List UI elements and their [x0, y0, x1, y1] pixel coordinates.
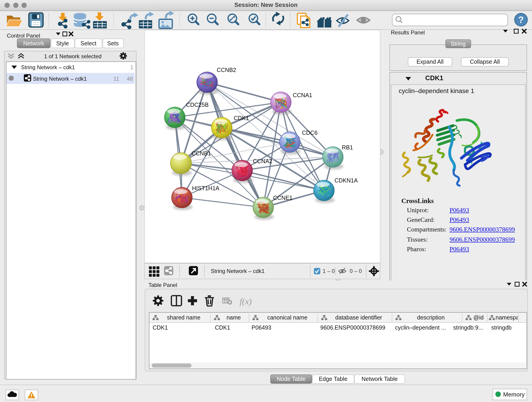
- svg-text:CDC6: CDC6: [302, 129, 317, 136]
- svg-text:CDC25B: CDC25B: [186, 102, 209, 108]
- svg-text:f(x): f(x): [240, 297, 252, 306]
- svg-text:RB1: RB1: [342, 144, 353, 151]
- svg-text:String Network – cdk1: String Network – cdk1: [211, 268, 265, 274]
- svg-text:CCNE1: CCNE1: [273, 195, 293, 201]
- svg-text:0 – 0: 0 – 0: [350, 268, 362, 274]
- svg-text:CDK1: CDK1: [234, 115, 249, 121]
- svg-text:?: ?: [518, 15, 524, 25]
- svg-text:CCNB1: CCNB1: [191, 150, 211, 157]
- svg-text:CCNA2: CCNA2: [253, 158, 272, 164]
- svg-text:HIST1H1A: HIST1H1A: [192, 185, 220, 191]
- svg-text:CDKN1A: CDKN1A: [335, 177, 358, 184]
- svg-text:CCNA1: CCNA1: [293, 92, 312, 98]
- svg-text:CCNB2: CCNB2: [217, 67, 236, 73]
- svg-text:1 – 0: 1 – 0: [323, 268, 335, 274]
